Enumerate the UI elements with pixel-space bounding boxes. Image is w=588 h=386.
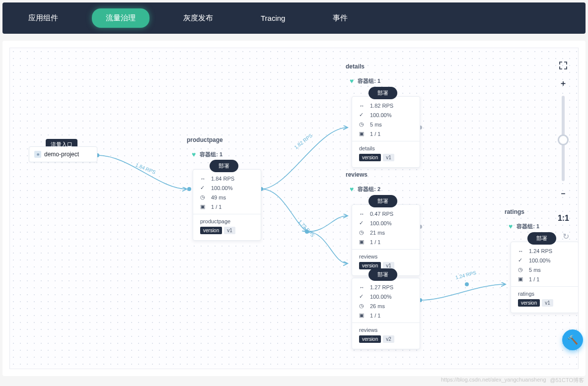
swap-icon: ↔ — [200, 176, 206, 182]
fab-tools[interactable]: 🔨 — [562, 329, 583, 350]
zoom-slider-knob[interactable] — [558, 134, 569, 145]
check-icon: ✓ — [359, 112, 365, 118]
ingress-name: demo-project — [44, 151, 79, 158]
ingress-node[interactable]: ⎈ demo-project — [29, 146, 97, 162]
svg-text:1.84 RPS: 1.84 RPS — [135, 162, 156, 175]
svg-point-8 — [465, 282, 469, 286]
check-icon: ✓ — [518, 257, 524, 263]
pod-row-details: ♥ 容器组: 1 — [350, 77, 380, 85]
heart-icon: ♥ — [350, 77, 354, 85]
stats-card-reviews-v2[interactable]: ↔1.27 RPS ✓100.00% ◷26 ms ▣1 / 1 reviews… — [352, 278, 420, 349]
tab-app-components[interactable]: 应用组件 — [14, 8, 72, 28]
refresh-button[interactable]: ↻ — [563, 232, 569, 241]
clock-icon: ◷ — [518, 266, 524, 273]
ingress-icon: ⎈ — [34, 151, 41, 158]
pod-row-ratings: ♥ 容器组: 1 — [509, 222, 539, 230]
deploy-badge-productpage[interactable]: 部署 — [210, 160, 238, 172]
heart-icon: ♥ — [192, 150, 196, 158]
tab-traffic-governance[interactable]: 流量治理 — [92, 8, 149, 28]
clock-icon: ◷ — [359, 303, 365, 309]
clock-icon: ◷ — [359, 121, 365, 128]
clock-icon: ◷ — [200, 194, 206, 200]
svg-point-6 — [305, 230, 309, 234]
deploy-badge-reviews-v1[interactable]: 部署 — [368, 195, 397, 207]
svg-point-2 — [187, 187, 191, 191]
pod-row-reviews: ♥ 容器组: 2 — [350, 185, 380, 193]
cube-icon: ▣ — [200, 203, 206, 210]
tab-gray-release[interactable]: 灰度发布 — [169, 8, 227, 28]
zoom-in-button[interactable]: ＋ — [558, 78, 569, 89]
deploy-badge-reviews-v2[interactable]: 部署 — [368, 268, 397, 281]
pod-row-productpage: ♥ 容器组: 1 — [192, 150, 222, 158]
zoom-out-button[interactable]: － — [558, 188, 569, 199]
cube-icon: ▣ — [518, 276, 524, 282]
stats-card-reviews-v1[interactable]: ↔0.47 RPS ✓100.00% ◷21 ms ▣1 / 1 reviews… — [352, 204, 420, 276]
zoom-slider[interactable] — [562, 96, 565, 181]
check-icon: ✓ — [200, 185, 206, 191]
check-icon: ✓ — [359, 220, 365, 226]
tab-events[interactable]: 事件 — [319, 8, 362, 28]
service-title-details: details — [346, 63, 365, 70]
check-icon: ✓ — [359, 293, 365, 300]
cube-icon: ▣ — [359, 239, 365, 245]
service-title-ratings: ratings — [505, 208, 524, 215]
svg-text:1.73 RPS: 1.73 RPS — [297, 219, 316, 238]
swap-icon: ↔ — [359, 211, 365, 217]
tab-tracing[interactable]: Tracing — [247, 9, 299, 27]
svg-text:1.24 RPS: 1.24 RPS — [455, 270, 477, 280]
stats-card-details[interactable]: ↔1.82 RPS ✓100.00% ◷5 ms ▣1 / 1 details … — [352, 96, 420, 168]
fullscreen-button[interactable] — [558, 60, 569, 71]
watermark: https://blog.csdn.net/alex_yangchuanshen… — [441, 377, 584, 379]
swap-icon: ↔ — [359, 284, 365, 290]
cube-icon: ▣ — [359, 312, 365, 319]
heart-icon: ♥ — [509, 222, 513, 230]
service-title-productpage: productpage — [187, 136, 223, 143]
stats-card-ratings[interactable]: ↔1.24 RPS ✓100.00% ◷5 ms ▣1 / 1 ratings … — [511, 242, 579, 313]
clock-icon: ◷ — [359, 229, 365, 236]
stats-card-productpage[interactable]: ↔1.84 RPS ✓100.00% ◷49 ms ▣1 / 1 product… — [193, 169, 261, 241]
deploy-badge-details[interactable]: 部署 — [368, 87, 397, 99]
topology-canvas[interactable]: 1.84 RPS 1.82 RPS 1.73 RPS 1.24 — [9, 48, 579, 369]
cube-icon: ▣ — [359, 130, 365, 137]
swap-icon: ↔ — [359, 103, 365, 109]
deploy-badge-ratings[interactable]: 部署 — [527, 232, 556, 245]
hammer-icon: 🔨 — [567, 334, 578, 345]
tabs-bar: 应用组件 流量治理 灰度发布 Tracing 事件 — [2, 2, 586, 34]
heart-icon: ♥ — [350, 185, 354, 193]
canvas-controls: ＋ － 1:1 — [558, 60, 569, 223]
service-title-reviews: reviews — [346, 171, 368, 178]
svg-text:1.82 RPS: 1.82 RPS — [293, 132, 313, 150]
swap-icon: ↔ — [518, 248, 524, 254]
fit-button[interactable]: 1:1 — [558, 214, 569, 223]
